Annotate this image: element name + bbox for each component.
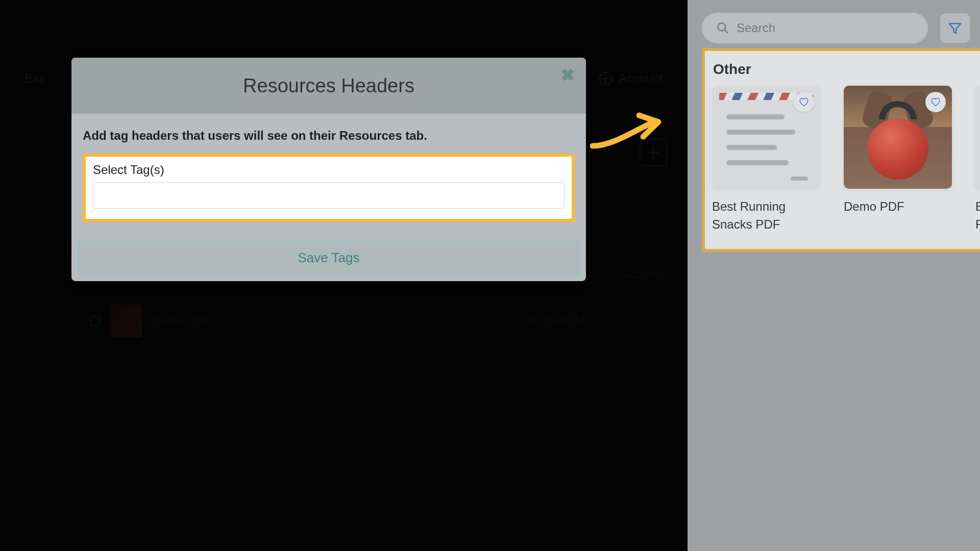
search-field[interactable] <box>702 13 928 43</box>
select-tags-label: Select Tag(s) <box>93 163 565 177</box>
resource-thumb-document <box>712 86 820 189</box>
resource-thumb-document <box>975 86 980 189</box>
modal-title: Resources Headers <box>243 75 414 97</box>
heart-icon <box>930 96 941 108</box>
resource-caption: Eating Gu Runners F <box>975 198 980 234</box>
resources-section-highlight: Other Best Running Snacks PDF <box>702 48 980 252</box>
resource-cards-row: Best Running Snacks PDF Demo PDF <box>712 86 980 234</box>
resources-headers-modal: Resources Headers ✖ Add tag headers that… <box>71 58 586 281</box>
modal-header: Resources Headers ✖ <box>71 58 586 114</box>
filter-button[interactable] <box>940 13 970 43</box>
favorite-button[interactable] <box>794 92 814 112</box>
resource-card[interactable]: Demo PDF <box>844 86 952 234</box>
resource-card[interactable]: Eating Gu Runners F <box>975 86 980 234</box>
search-input[interactable] <box>737 21 914 35</box>
resources-preview-panel: Other Best Running Snacks PDF <box>688 0 980 551</box>
modal-close-button[interactable]: ✖ <box>560 65 575 85</box>
annotation-arrow <box>590 105 667 151</box>
modal-footer: Save Tags <box>71 240 586 281</box>
section-title-other: Other <box>713 61 980 78</box>
modal-description: Add tag headers that users will see on t… <box>83 127 575 144</box>
modal-body: Add tag headers that users will see on t… <box>71 114 586 233</box>
resource-thumb-image <box>844 86 952 189</box>
arrow-icon <box>590 105 667 151</box>
resource-card[interactable]: Best Running Snacks PDF <box>712 86 820 234</box>
close-icon: ✖ <box>560 65 575 85</box>
preview-topbar <box>702 11 970 45</box>
select-tags-highlight: Select Tag(s) <box>83 154 575 222</box>
filter-icon <box>947 20 963 36</box>
resource-caption: Demo PDF <box>844 198 952 216</box>
svg-line-1 <box>724 30 727 33</box>
select-tags-input[interactable] <box>93 182 565 209</box>
save-tags-button[interactable]: Save Tags <box>78 240 580 276</box>
favorite-button[interactable] <box>925 92 946 112</box>
document-icon <box>975 86 980 189</box>
app-left-region: Exe Account Uploaded Actions Demo PDF 05… <box>0 0 688 551</box>
search-icon <box>716 21 729 35</box>
resource-caption: Best Running Snacks PDF <box>712 198 820 234</box>
heart-icon <box>798 96 810 108</box>
